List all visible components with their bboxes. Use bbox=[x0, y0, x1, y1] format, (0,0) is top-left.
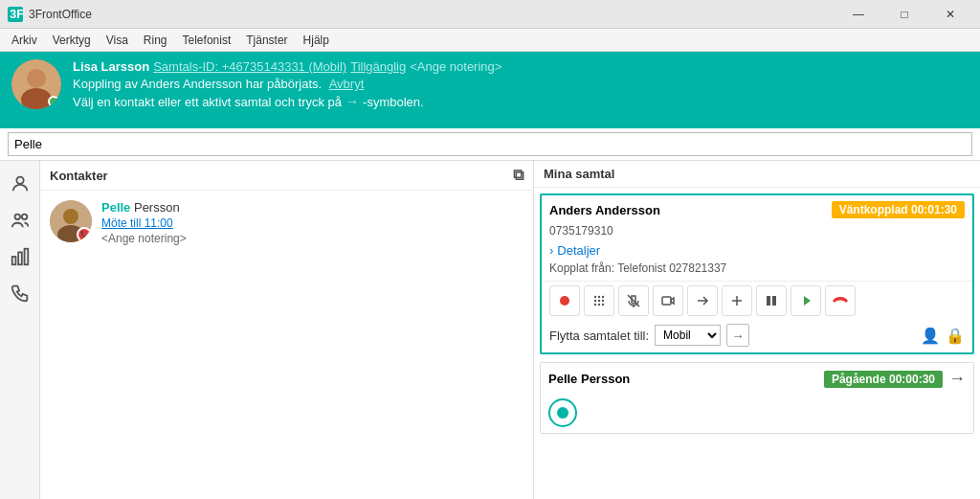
svg-point-12 bbox=[63, 209, 78, 224]
header-coupling-text: Koppling av Anders Andersson har påbörja… bbox=[73, 77, 322, 91]
calls-header: Mina samtal bbox=[534, 161, 980, 188]
active-call-card: Pelle Persson Pågående 00:00:30 → bbox=[540, 362, 974, 434]
arrow-icon: → bbox=[345, 94, 359, 109]
copy-icon[interactable]: ⧉ bbox=[513, 167, 523, 184]
contact-note: <Ange notering> bbox=[101, 232, 523, 245]
contact-item[interactable]: Pelle Persson Möte till 11:00 <Ange note… bbox=[40, 191, 533, 255]
waiting-call-number: 0735179310 bbox=[542, 224, 972, 241]
svg-point-20 bbox=[602, 300, 604, 302]
menu-ring[interactable]: Ring bbox=[136, 32, 175, 49]
app-icon: 3F bbox=[8, 7, 23, 22]
menu-tjanster[interactable]: Tjänster bbox=[238, 32, 295, 49]
svg-point-19 bbox=[598, 300, 600, 302]
header-line2: Koppling av Anders Andersson har påbörja… bbox=[73, 77, 969, 91]
header-instruction: Välj en kontakt eller ett aktivt samtal … bbox=[73, 95, 342, 109]
titlebar: 3F 3FrontOffice — □ ✕ bbox=[0, 0, 980, 29]
sidebar-item-phone-chart[interactable] bbox=[5, 278, 35, 308]
sidebar bbox=[0, 161, 40, 499]
menu-hjalp[interactable]: Hjälp bbox=[296, 32, 337, 49]
minimize-button[interactable]: — bbox=[836, 0, 880, 29]
contact-meeting[interactable]: Möte till 11:00 bbox=[101, 216, 523, 230]
maximize-button[interactable]: □ bbox=[882, 0, 926, 29]
record-dot bbox=[557, 407, 568, 419]
header-addnote[interactable]: <Ange notering> bbox=[410, 59, 501, 74]
waiting-call-card: Anders Andersson Väntkopplad 00:01:30 07… bbox=[540, 193, 974, 354]
calls-panel: Mina samtal Anders Andersson Väntkopplad… bbox=[534, 161, 980, 499]
add-button[interactable] bbox=[722, 285, 752, 316]
contact-info: Pelle Persson Möte till 11:00 <Ange note… bbox=[101, 200, 523, 245]
contacts-panel: Kontakter ⧉ Pelle Persson Möte till 11:0… bbox=[40, 161, 534, 499]
sidebar-item-contacts[interactable] bbox=[5, 169, 35, 199]
menu-visa[interactable]: Visa bbox=[99, 32, 136, 49]
mute-button[interactable] bbox=[618, 285, 649, 316]
sidebar-item-people[interactable] bbox=[5, 205, 35, 236]
contact-name-highlight: Pelle bbox=[101, 200, 130, 215]
svg-point-21 bbox=[594, 304, 596, 306]
menu-verktyg[interactable]: Verktyg bbox=[45, 32, 99, 49]
record-button[interactable] bbox=[549, 285, 580, 316]
active-call-header: Pelle Persson Pågående 00:00:30 → bbox=[541, 363, 973, 395]
searchbar bbox=[0, 128, 980, 161]
app-title: 3FrontOffice bbox=[29, 8, 836, 21]
avatar bbox=[11, 59, 61, 109]
header-status[interactable]: Tillgänglig bbox=[350, 59, 406, 74]
move-label: Flytta samtalet till: bbox=[549, 329, 649, 343]
svg-point-15 bbox=[594, 296, 596, 298]
move-select[interactable]: Mobil Telefon Dator bbox=[655, 325, 721, 346]
call-action-buttons bbox=[542, 281, 972, 320]
contact-name-rest: Persson bbox=[130, 200, 179, 215]
call-move-icons: 👤 🔒 bbox=[921, 327, 965, 345]
call-indicator bbox=[77, 227, 92, 242]
header-username: Lisa Larsson bbox=[73, 59, 149, 74]
hold-button[interactable] bbox=[756, 285, 787, 316]
person-lock-icon[interactable]: 👤 bbox=[921, 327, 940, 345]
window-controls: — □ ✕ bbox=[836, 0, 972, 29]
header-symbol-text: -symbolen. bbox=[363, 95, 424, 109]
header-callid[interactable]: Samtals-ID: +46735143331 (Mobil) bbox=[153, 59, 346, 74]
lock-icon[interactable]: 🔒 bbox=[946, 327, 965, 345]
contacts-header: Kontakter ⧉ bbox=[40, 161, 533, 191]
svg-text:3F: 3F bbox=[10, 7, 23, 21]
svg-point-6 bbox=[14, 215, 20, 220]
video-button[interactable] bbox=[653, 285, 683, 316]
header-line1: Lisa Larsson Samtals-ID: +46735143331 (M… bbox=[73, 59, 969, 74]
active-record-button[interactable] bbox=[548, 398, 577, 427]
svg-line-25 bbox=[628, 295, 639, 306]
menu-arkiv[interactable]: Arkiv bbox=[4, 32, 45, 49]
hangup-button[interactable] bbox=[825, 285, 856, 316]
svg-point-3 bbox=[27, 69, 46, 88]
waiting-call-name: Anders Andersson bbox=[549, 203, 660, 217]
waiting-call-header: Anders Andersson Väntkopplad 00:01:30 bbox=[542, 195, 972, 224]
details-label: Detaljer bbox=[557, 243, 600, 258]
waiting-call-details[interactable]: › Detaljer bbox=[542, 241, 972, 260]
contact-avatar bbox=[50, 200, 92, 242]
chevron-right-icon: › bbox=[549, 243, 553, 258]
svg-point-14 bbox=[560, 296, 569, 306]
close-button[interactable]: ✕ bbox=[928, 0, 972, 29]
sidebar-item-chart[interactable] bbox=[5, 241, 35, 272]
answer-button[interactable] bbox=[791, 285, 821, 316]
contacts-header-icons: ⧉ bbox=[513, 167, 523, 184]
header-text: Lisa Larsson Samtals-ID: +46735143331 (M… bbox=[73, 59, 969, 109]
move-go-button[interactable]: → bbox=[726, 324, 749, 347]
keypad-button[interactable] bbox=[584, 285, 614, 316]
header-abort[interactable]: Avbryt bbox=[329, 77, 365, 91]
svg-point-7 bbox=[21, 215, 27, 220]
contact-name: Pelle Persson bbox=[101, 200, 523, 215]
svg-point-16 bbox=[598, 296, 600, 298]
menu-telefonist[interactable]: Telefonist bbox=[175, 32, 239, 49]
svg-rect-10 bbox=[24, 249, 28, 265]
menubar: Arkiv Verktyg Visa Ring Telefonist Tjäns… bbox=[0, 29, 980, 52]
svg-point-5 bbox=[16, 177, 23, 184]
active-call-name: Pelle Persson bbox=[548, 372, 630, 386]
avatar-status bbox=[48, 96, 59, 107]
svg-rect-29 bbox=[767, 296, 770, 306]
svg-rect-30 bbox=[772, 296, 776, 306]
contacts-title: Kontakter bbox=[50, 169, 108, 183]
svg-rect-8 bbox=[11, 257, 15, 264]
search-input[interactable] bbox=[8, 132, 972, 156]
transfer-button[interactable] bbox=[687, 285, 718, 316]
forward-icon[interactable]: → bbox=[948, 369, 966, 389]
header-line3: Välj en kontakt eller ett aktivt samtal … bbox=[73, 94, 969, 109]
svg-point-18 bbox=[594, 300, 596, 302]
